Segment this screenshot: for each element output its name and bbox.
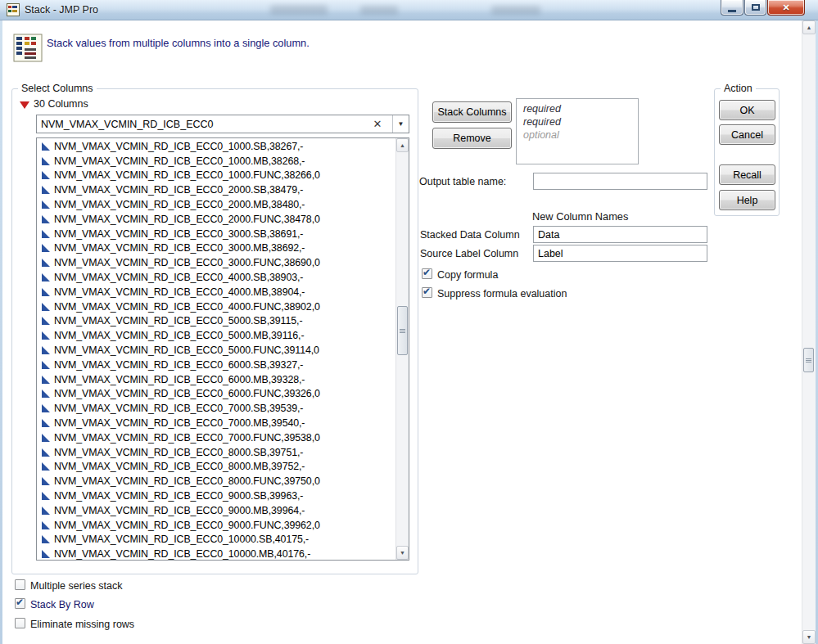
column-list-item[interactable]: NVM_VMAX_VCMIN_RD_ICB_ECC0_1000.SB,38267… [37, 139, 395, 154]
cancel-button[interactable]: Cancel [719, 124, 775, 145]
window-scrollbar[interactable]: ▲ ▼ [802, 20, 816, 644]
column-name: NVM_VMAX_VCMIN_RD_ICB_ECC0_6000.FUNC,393… [54, 388, 320, 399]
stacked-data-column-input[interactable] [533, 226, 707, 243]
remove-button[interactable]: Remove [432, 128, 512, 149]
continuous-column-icon [42, 259, 50, 267]
column-list-item[interactable]: NVM_VMAX_VCMIN_RD_ICB_ECC0_9000.SB,39963… [37, 489, 395, 503]
continuous-column-icon [42, 550, 50, 558]
column-list-item[interactable]: NVM_VMAX_VCMIN_RD_ICB_ECC0_2000.SB,38479… [37, 182, 395, 197]
column-list-item[interactable]: NVM_VMAX_VCMIN_RD_ICB_ECC0_10000.SB,4017… [37, 533, 395, 547]
multiple-series-stack-checkbox[interactable] [15, 579, 25, 590]
continuous-column-icon [42, 346, 50, 354]
stack-columns-drop-zone[interactable]: required required optional [516, 98, 639, 164]
continuous-column-icon [42, 303, 50, 311]
close-button[interactable]: ✕ [767, 0, 805, 16]
column-name: NVM_VMAX_VCMIN_RD_ICB_ECC0_7000.MB,39540… [54, 417, 305, 429]
column-list-item[interactable]: NVM_VMAX_VCMIN_RD_ICB_ECC0_9000.MB,39964… [37, 503, 395, 518]
column-name: NVM_VMAX_VCMIN_RD_ICB_ECC0_3000.MB,38692… [54, 242, 305, 254]
column-list-item[interactable]: NVM_VMAX_VCMIN_RD_ICB_ECC0_7000.SB,39539… [37, 401, 395, 416]
column-list-item[interactable]: NVM_VMAX_VCMIN_RD_ICB_ECC0_4000.FUNC,389… [37, 299, 395, 314]
column-list-item[interactable]: NVM_VMAX_VCMIN_RD_ICB_ECC0_9000.FUNC,399… [37, 518, 395, 533]
scroll-down-icon: ▼ [807, 634, 812, 640]
column-name: NVM_VMAX_VCMIN_RD_ICB_ECC0_1000.MB,38268… [54, 155, 305, 167]
source-label-column-input[interactable] [533, 245, 707, 262]
window-scroll-down-button[interactable]: ▼ [802, 630, 816, 644]
column-list-item[interactable]: NVM_VMAX_VCMIN_RD_ICB_ECC0_7000.MB,39540… [37, 416, 395, 430]
continuous-column-icon [42, 157, 50, 165]
output-table-name-input[interactable] [533, 173, 707, 190]
help-button[interactable]: Help [719, 190, 775, 210]
continuous-column-icon [42, 331, 50, 340]
list-scrollbar[interactable]: ▲ ▼ [395, 138, 409, 560]
continuous-column-icon [42, 171, 50, 179]
ok-button[interactable]: OK [719, 100, 775, 120]
stack-by-row-checkbox[interactable] [15, 598, 25, 609]
column-list-item[interactable]: NVM_VMAX_VCMIN_RD_ICB_ECC0_1000.MB,38268… [37, 154, 395, 169]
column-list-item[interactable]: NVM_VMAX_VCMIN_RD_ICB_ECC0_3000.MB,38692… [37, 241, 395, 256]
column-list-item[interactable]: NVM_VMAX_VCMIN_RD_ICB_ECC0_8000.MB,39752… [37, 460, 395, 475]
continuous-column-icon [42, 434, 50, 442]
background-window-artifact [270, 5, 328, 15]
suppress-formula-evaluation-label: Suppress formula evaluation [437, 288, 567, 299]
column-name: NVM_VMAX_VCMIN_RD_ICB_ECC0_8000.FUNC,397… [54, 475, 320, 487]
stack-columns-button[interactable]: Stack Columns [432, 101, 512, 123]
column-list-item[interactable]: NVM_VMAX_VCMIN_RD_ICB_ECC0_6000.MB,39328… [37, 372, 395, 387]
column-name: NVM_VMAX_VCMIN_RD_ICB_ECC0_8000.MB,39752… [54, 461, 305, 472]
jmp-app-icon [7, 3, 20, 16]
column-list-item[interactable]: NVM_VMAX_VCMIN_RD_ICB_ECC0_10000.MB,4017… [37, 547, 395, 560]
column-list-item[interactable]: NVM_VMAX_VCMIN_RD_ICB_ECC0_4000.MB,38904… [37, 285, 395, 299]
column-list-item[interactable]: NVM_VMAX_VCMIN_RD_ICB_ECC0_1000.FUNC,382… [37, 169, 395, 183]
source-label-column-label: Source Label Column [420, 248, 518, 259]
column-list-item[interactable]: NVM_VMAX_VCMIN_RD_ICB_ECC0_8000.SB,39751… [37, 445, 395, 460]
column-list-item[interactable]: NVM_VMAX_VCMIN_RD_ICB_ECC0_3000.SB,38691… [37, 227, 395, 241]
scrollbar-grip-icon [400, 329, 405, 333]
column-list-item[interactable]: NVM_VMAX_VCMIN_RD_ICB_ECC0_5000.SB,39115… [37, 314, 395, 329]
continuous-column-icon [42, 200, 50, 209]
column-name: NVM_VMAX_VCMIN_RD_ICB_ECC0_7000.SB,39539… [54, 403, 303, 414]
list-scroll-up-button[interactable]: ▲ [396, 138, 409, 152]
window-scrollbar-thumb[interactable] [803, 348, 814, 372]
columns-count-label: 30 Columns [34, 98, 88, 110]
continuous-column-icon [42, 404, 50, 412]
column-name: NVM_VMAX_VCMIN_RD_ICB_ECC0_5000.FUNC,391… [54, 345, 319, 356]
window-frame-left [0, 20, 2, 644]
clear-filter-icon[interactable]: ✕ [371, 117, 384, 131]
column-list-item[interactable]: NVM_VMAX_VCMIN_RD_ICB_ECC0_6000.SB,39327… [37, 358, 395, 372]
new-column-names-heading: New Column Names [532, 210, 628, 223]
output-table-name-label: Output table name: [419, 176, 506, 187]
column-list[interactable]: NVM_VMAX_VCMIN_RD_ICB_ECC0_1000.SB,38267… [37, 139, 395, 560]
column-list-item[interactable]: NVM_VMAX_VCMIN_RD_ICB_ECC0_2000.FUNC,384… [37, 212, 395, 227]
scroll-up-icon: ▲ [400, 142, 405, 148]
recall-button[interactable]: Recall [719, 164, 775, 185]
column-list-item[interactable]: NVM_VMAX_VCMIN_RD_ICB_ECC0_8000.FUNC,397… [37, 474, 395, 489]
maximize-icon [752, 4, 760, 11]
column-name: NVM_VMAX_VCMIN_RD_ICB_ECC0_9000.SB,39963… [54, 490, 303, 502]
minimize-icon [728, 10, 736, 12]
column-list-item[interactable]: NVM_VMAX_VCMIN_RD_ICB_ECC0_5000.FUNC,391… [37, 343, 395, 358]
red-triangle-menu-icon[interactable] [20, 101, 29, 109]
column-filter-input[interactable] [37, 115, 379, 133]
column-list-item[interactable]: NVM_VMAX_VCMIN_RD_ICB_ECC0_6000.FUNC,393… [37, 387, 395, 402]
window-scroll-up-button[interactable]: ▲ [802, 20, 816, 34]
continuous-column-icon [42, 273, 50, 281]
titlebar[interactable]: Stack - JMP Pro ✕ [0, 0, 818, 20]
continuous-column-icon [42, 390, 50, 398]
filter-dropdown-button[interactable]: ▼ [392, 115, 409, 133]
continuous-column-icon [42, 244, 50, 252]
minimize-button[interactable] [721, 0, 743, 16]
column-list-item[interactable]: NVM_VMAX_VCMIN_RD_ICB_ECC0_2000.MB,38480… [37, 197, 395, 212]
continuous-column-icon [42, 288, 50, 296]
suppress-formula-evaluation-checkbox[interactable] [422, 287, 432, 298]
maximize-button[interactable] [744, 0, 766, 16]
dialog-description: Stack values from multiple columns into … [47, 37, 310, 49]
eliminate-missing-rows-label: Eliminate missing rows [30, 619, 134, 630]
column-list-item[interactable]: NVM_VMAX_VCMIN_RD_ICB_ECC0_4000.SB,38903… [37, 270, 395, 285]
eliminate-missing-rows-checkbox[interactable] [15, 618, 25, 628]
copy-formula-checkbox[interactable] [422, 268, 432, 279]
column-list-item[interactable]: NVM_VMAX_VCMIN_RD_ICB_ECC0_5000.MB,39116… [37, 328, 395, 343]
column-list-item[interactable]: NVM_VMAX_VCMIN_RD_ICB_ECC0_3000.FUNC,386… [37, 255, 395, 270]
column-name: NVM_VMAX_VCMIN_RD_ICB_ECC0_9000.FUNC,399… [54, 520, 320, 531]
column-list-item[interactable]: NVM_VMAX_VCMIN_RD_ICB_ECC0_7000.FUNC,395… [37, 430, 395, 445]
list-scrollbar-thumb[interactable] [397, 306, 408, 355]
list-scroll-down-button[interactable]: ▼ [396, 546, 409, 560]
